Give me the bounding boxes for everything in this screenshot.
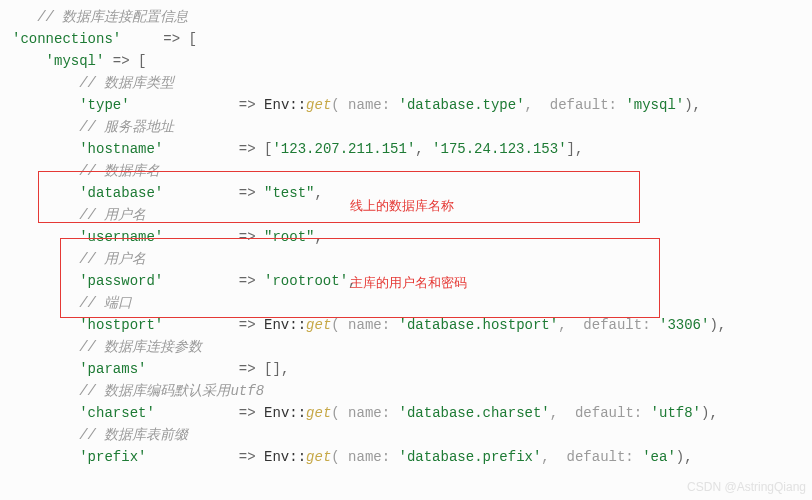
comment: // 数据库连接配置信息 (37, 9, 188, 25)
annotation-label-credentials: 主库的用户名和密码 (350, 272, 467, 294)
code-line: 'hostport' => Env::get( name: 'database.… (0, 314, 812, 336)
string-key: 'mysql' (46, 53, 105, 69)
code-line: // 端口 (0, 292, 812, 314)
comment: // 用户名 (79, 207, 146, 223)
comment: // 数据库编码默认采用utf8 (79, 383, 264, 399)
string-key: 'password' (79, 273, 163, 289)
annotation-label-database: 线上的数据库名称 (350, 195, 454, 217)
comment: // 数据库名 (79, 163, 160, 179)
code-editor: // 数据库连接配置信息 'connections' => [ 'mysql' … (0, 0, 812, 468)
string-key: 'hostport' (79, 317, 163, 333)
code-line: // 用户名 (0, 248, 812, 270)
string-key: 'charset' (79, 405, 155, 421)
string-key: 'hostname' (79, 141, 163, 157)
string-key: 'connections' (12, 31, 121, 47)
code-line: // 数据库连接配置信息 (0, 6, 812, 28)
code-line: 'charset' => Env::get( name: 'database.c… (0, 402, 812, 424)
code-line: 'hostname' => ['123.207.211.151', '175.2… (0, 138, 812, 160)
comment: // 端口 (79, 295, 132, 311)
code-line: 'connections' => [ (0, 28, 812, 50)
code-line: // 数据库连接参数 (0, 336, 812, 358)
comment: // 数据库连接参数 (79, 339, 202, 355)
code-line: // 数据库编码默认采用utf8 (0, 380, 812, 402)
code-line: // 数据库表前缀 (0, 424, 812, 446)
code-line: 'username' => "root", (0, 226, 812, 248)
code-line: 'params' => [], (0, 358, 812, 380)
code-line: 'mysql' => [ (0, 50, 812, 72)
code-line: // 服务器地址 (0, 116, 812, 138)
comment: // 用户名 (79, 251, 146, 267)
string-key: 'username' (79, 229, 163, 245)
comment: // 数据库类型 (79, 75, 174, 91)
string-key: 'type' (79, 97, 129, 113)
string-key: 'params' (79, 361, 146, 377)
code-line: // 数据库类型 (0, 72, 812, 94)
code-line: // 数据库名 (0, 160, 812, 182)
comment: // 服务器地址 (79, 119, 174, 135)
code-line: 'type' => Env::get( name: 'database.type… (0, 94, 812, 116)
watermark: CSDN @AstringQiang (687, 476, 806, 498)
comment: // 数据库表前缀 (79, 427, 188, 443)
string-key: 'prefix' (79, 449, 146, 465)
code-line: 'prefix' => Env::get( name: 'database.pr… (0, 446, 812, 468)
string-key: 'database' (79, 185, 163, 201)
